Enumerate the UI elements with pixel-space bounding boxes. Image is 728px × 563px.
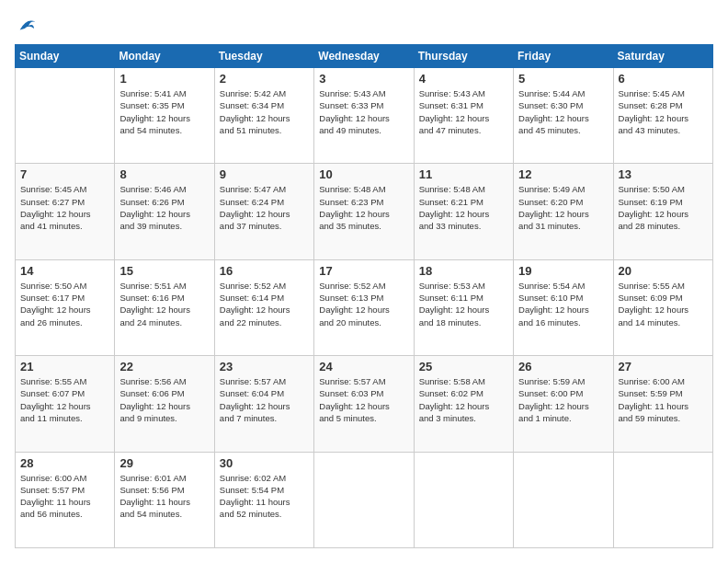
day-number: 4 <box>419 72 508 86</box>
header-cell-saturday: Saturday <box>613 45 712 68</box>
page: SundayMondayTuesdayWednesdayThursdayFrid… <box>0 0 728 563</box>
header-row: SundayMondayTuesdayWednesdayThursdayFrid… <box>16 45 713 68</box>
day-number: 15 <box>119 264 209 278</box>
day-number: 17 <box>319 264 408 278</box>
cell-info: Sunrise: 5:59 AM Sunset: 6:00 PM Dayligh… <box>518 375 608 424</box>
calendar-cell: 23Sunrise: 5:57 AM Sunset: 6:04 PM Dayli… <box>214 356 313 452</box>
day-number: 9 <box>220 167 309 181</box>
cell-info: Sunrise: 5:44 AM Sunset: 6:30 PM Dayligh… <box>518 87 608 136</box>
day-number: 5 <box>518 72 608 86</box>
calendar-cell: 2Sunrise: 5:42 AM Sunset: 6:34 PM Daylig… <box>214 68 313 164</box>
cell-info: Sunrise: 5:45 AM Sunset: 6:28 PM Dayligh… <box>619 87 708 136</box>
calendar-cell: 17Sunrise: 5:52 AM Sunset: 6:13 PM Dayli… <box>314 259 414 355</box>
calendar-cell: 15Sunrise: 5:51 AM Sunset: 6:16 PM Dayli… <box>115 259 214 355</box>
day-number: 10 <box>319 167 408 181</box>
calendar-table: SundayMondayTuesdayWednesdayThursdayFrid… <box>15 44 713 548</box>
week-row-3: 14Sunrise: 5:50 AM Sunset: 6:17 PM Dayli… <box>16 259 713 355</box>
week-row-2: 7Sunrise: 5:45 AM Sunset: 6:27 PM Daylig… <box>16 164 713 259</box>
calendar-cell <box>16 68 115 164</box>
cell-info: Sunrise: 5:49 AM Sunset: 6:20 PM Dayligh… <box>518 183 608 232</box>
day-number: 2 <box>220 72 309 86</box>
cell-info: Sunrise: 5:42 AM Sunset: 6:34 PM Dayligh… <box>220 87 309 136</box>
day-number: 26 <box>518 360 608 373</box>
cell-info: Sunrise: 5:51 AM Sunset: 6:16 PM Dayligh… <box>119 280 209 328</box>
header-cell-monday: Monday <box>115 45 214 68</box>
day-number: 1 <box>119 72 209 86</box>
header-cell-sunday: Sunday <box>16 45 115 68</box>
cell-info: Sunrise: 5:50 AM Sunset: 6:19 PM Dayligh… <box>619 183 708 232</box>
day-number: 25 <box>419 360 508 373</box>
cell-info: Sunrise: 5:46 AM Sunset: 6:26 PM Dayligh… <box>119 183 209 232</box>
cell-info: Sunrise: 5:55 AM Sunset: 6:07 PM Dayligh… <box>20 375 109 424</box>
day-number: 21 <box>20 360 109 373</box>
logo <box>15 15 37 35</box>
cell-info: Sunrise: 5:41 AM Sunset: 6:35 PM Dayligh… <box>119 87 209 136</box>
day-number: 14 <box>20 264 109 278</box>
week-row-5: 28Sunrise: 6:00 AM Sunset: 5:57 PM Dayli… <box>16 452 713 547</box>
cell-info: Sunrise: 5:48 AM Sunset: 6:21 PM Dayligh… <box>419 183 508 232</box>
header-cell-wednesday: Wednesday <box>314 45 414 68</box>
day-number: 22 <box>119 360 209 373</box>
calendar-cell <box>613 452 712 547</box>
cell-info: Sunrise: 6:00 AM Sunset: 5:57 PM Dayligh… <box>20 472 109 521</box>
header-cell-tuesday: Tuesday <box>214 45 313 68</box>
calendar-cell: 9Sunrise: 5:47 AM Sunset: 6:24 PM Daylig… <box>214 164 313 259</box>
week-row-1: 1Sunrise: 5:41 AM Sunset: 6:35 PM Daylig… <box>16 68 713 164</box>
cell-info: Sunrise: 5:48 AM Sunset: 6:23 PM Dayligh… <box>319 183 408 232</box>
day-number: 13 <box>619 167 708 181</box>
day-number: 7 <box>20 167 109 181</box>
calendar-cell: 3Sunrise: 5:43 AM Sunset: 6:33 PM Daylig… <box>314 68 414 164</box>
day-number: 24 <box>319 360 408 373</box>
calendar-cell: 10Sunrise: 5:48 AM Sunset: 6:23 PM Dayli… <box>314 164 414 259</box>
header <box>15 15 713 35</box>
header-cell-friday: Friday <box>514 45 613 68</box>
calendar-cell: 29Sunrise: 6:01 AM Sunset: 5:56 PM Dayli… <box>115 452 214 547</box>
day-number: 19 <box>518 264 608 278</box>
calendar-cell: 28Sunrise: 6:00 AM Sunset: 5:57 PM Dayli… <box>16 452 115 547</box>
cell-info: Sunrise: 5:52 AM Sunset: 6:13 PM Dayligh… <box>319 280 408 328</box>
day-number: 8 <box>119 167 209 181</box>
cell-info: Sunrise: 5:55 AM Sunset: 6:09 PM Dayligh… <box>619 280 708 328</box>
calendar-cell: 6Sunrise: 5:45 AM Sunset: 6:28 PM Daylig… <box>613 68 712 164</box>
logo-icon <box>17 15 37 35</box>
calendar-cell: 27Sunrise: 6:00 AM Sunset: 5:59 PM Dayli… <box>613 356 712 452</box>
calendar-cell: 8Sunrise: 5:46 AM Sunset: 6:26 PM Daylig… <box>115 164 214 259</box>
day-number: 6 <box>619 72 708 86</box>
day-number: 3 <box>319 72 408 86</box>
day-number: 12 <box>518 167 608 181</box>
calendar-cell: 22Sunrise: 5:56 AM Sunset: 6:06 PM Dayli… <box>115 356 214 452</box>
calendar-cell <box>314 452 414 547</box>
cell-info: Sunrise: 6:01 AM Sunset: 5:56 PM Dayligh… <box>119 472 209 521</box>
header-cell-thursday: Thursday <box>414 45 513 68</box>
calendar-cell: 1Sunrise: 5:41 AM Sunset: 6:35 PM Daylig… <box>115 68 214 164</box>
calendar-cell: 25Sunrise: 5:58 AM Sunset: 6:02 PM Dayli… <box>414 356 513 452</box>
calendar-cell: 26Sunrise: 5:59 AM Sunset: 6:00 PM Dayli… <box>514 356 613 452</box>
day-number: 11 <box>419 167 508 181</box>
cell-info: Sunrise: 5:56 AM Sunset: 6:06 PM Dayligh… <box>119 375 209 424</box>
cell-info: Sunrise: 5:52 AM Sunset: 6:14 PM Dayligh… <box>220 280 309 328</box>
calendar-cell: 4Sunrise: 5:43 AM Sunset: 6:31 PM Daylig… <box>414 68 513 164</box>
calendar-cell: 19Sunrise: 5:54 AM Sunset: 6:10 PM Dayli… <box>514 259 613 355</box>
calendar-cell: 7Sunrise: 5:45 AM Sunset: 6:27 PM Daylig… <box>16 164 115 259</box>
day-number: 27 <box>619 360 708 373</box>
day-number: 29 <box>119 456 209 470</box>
calendar-cell: 24Sunrise: 5:57 AM Sunset: 6:03 PM Dayli… <box>314 356 414 452</box>
calendar-cell <box>414 452 513 547</box>
cell-info: Sunrise: 6:00 AM Sunset: 5:59 PM Dayligh… <box>619 375 708 424</box>
calendar-cell: 11Sunrise: 5:48 AM Sunset: 6:21 PM Dayli… <box>414 164 513 259</box>
cell-info: Sunrise: 6:02 AM Sunset: 5:54 PM Dayligh… <box>220 472 309 521</box>
calendar-cell <box>514 452 613 547</box>
day-number: 28 <box>20 456 109 470</box>
cell-info: Sunrise: 5:53 AM Sunset: 6:11 PM Dayligh… <box>419 280 508 328</box>
calendar-cell: 5Sunrise: 5:44 AM Sunset: 6:30 PM Daylig… <box>514 68 613 164</box>
cell-info: Sunrise: 5:45 AM Sunset: 6:27 PM Dayligh… <box>20 183 109 232</box>
cell-info: Sunrise: 5:43 AM Sunset: 6:33 PM Dayligh… <box>319 87 408 136</box>
day-number: 18 <box>419 264 508 278</box>
day-number: 20 <box>619 264 708 278</box>
day-number: 23 <box>220 360 309 373</box>
cell-info: Sunrise: 5:43 AM Sunset: 6:31 PM Dayligh… <box>419 87 508 136</box>
calendar-cell: 18Sunrise: 5:53 AM Sunset: 6:11 PM Dayli… <box>414 259 513 355</box>
day-number: 30 <box>220 456 309 470</box>
cell-info: Sunrise: 5:57 AM Sunset: 6:04 PM Dayligh… <box>220 375 309 424</box>
calendar-cell: 16Sunrise: 5:52 AM Sunset: 6:14 PM Dayli… <box>214 259 313 355</box>
